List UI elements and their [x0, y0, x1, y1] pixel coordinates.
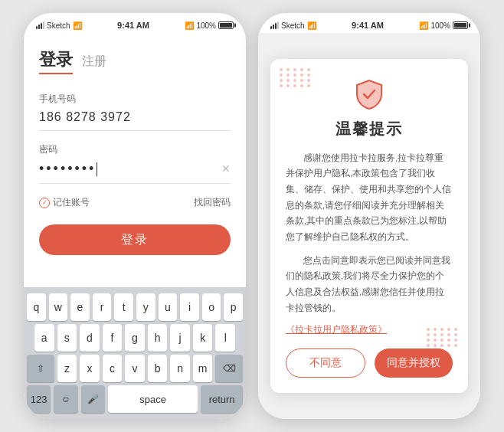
password-row: •••••••• ✕ — [39, 161, 231, 184]
remember-left[interactable]: 记住账号 — [39, 196, 90, 209]
status-left: Sketch 📶 — [36, 21, 82, 30]
password-label: 密码 — [39, 143, 231, 156]
signal-icon-r — [270, 21, 279, 29]
key-t[interactable]: t — [114, 293, 133, 321]
key-e[interactable]: e — [70, 293, 90, 321]
key-a[interactable]: a — [34, 324, 54, 352]
clear-icon[interactable]: ✕ — [221, 162, 231, 175]
shield-icon — [352, 77, 386, 111]
login-header: 登录 注册 — [39, 48, 231, 74]
wifi-icon: 📶 — [73, 21, 82, 30]
status-bar-right: Sketch 📶 9:41 AM 📶 100% — [258, 13, 480, 33]
disagree-button[interactable]: 不同意 — [286, 349, 365, 378]
status-left-r: Sketch 📶 — [270, 21, 316, 30]
remember-label: 记住账号 — [53, 196, 90, 209]
modal-title: 温馨提示 — [286, 119, 453, 139]
key-v[interactable]: v — [125, 355, 145, 382]
key-z[interactable]: z — [57, 355, 77, 382]
key-n[interactable]: n — [170, 355, 190, 382]
modal-content: 温馨提示 感谢您使用拉卡拉服务,拉卡拉尊重并保护用户隐私,本政策包含了我们收集、… — [258, 33, 480, 419]
check-circle-icon[interactable] — [39, 198, 50, 208]
phone-label: 手机号码 — [39, 93, 231, 106]
time-left: 9:41 AM — [117, 21, 149, 30]
key-m[interactable]: m — [193, 355, 213, 382]
wifi-icon-r: 📶 — [307, 21, 316, 30]
kb-row-4: 123 ☺ 🎤 space return — [27, 385, 243, 413]
signal-icon — [36, 21, 44, 29]
return-key[interactable]: return — [201, 385, 243, 413]
key-y[interactable]: y — [136, 293, 155, 321]
key-l[interactable]: l — [215, 324, 235, 352]
phone-value[interactable]: 186 8278 3972 — [39, 110, 231, 131]
key-h[interactable]: h — [148, 324, 168, 352]
login-title[interactable]: 登录 — [39, 48, 73, 74]
battery-icon-r — [453, 21, 468, 29]
register-title[interactable]: 注册 — [82, 54, 106, 70]
battery-fill — [220, 23, 232, 28]
status-right-r: 📶 100% — [419, 21, 468, 30]
phone-field-group: 手机号码 186 8278 3972 — [39, 93, 231, 131]
emoji-key[interactable]: ☺ — [54, 385, 77, 413]
key-w[interactable]: w — [49, 293, 68, 321]
decorative-dots-br — [427, 328, 459, 347]
kb-row-2: a s d f g h j k l — [27, 324, 243, 352]
key-p[interactable]: p — [224, 293, 243, 321]
key-c[interactable]: c — [103, 355, 123, 382]
battery-pct-right: 100% — [430, 21, 450, 30]
battery-icon — [218, 21, 234, 29]
decorative-dots-tl — [280, 68, 312, 87]
status-bar-left: Sketch 📶 9:41 AM 📶 100% — [24, 13, 246, 33]
agree-button[interactable]: 同意并授权 — [375, 349, 453, 378]
forget-password-link[interactable]: 找回密码 — [194, 196, 231, 209]
phone-modal: Sketch 📶 9:41 AM 📶 100% — [258, 13, 480, 419]
mic-key[interactable]: 🎤 — [81, 385, 105, 413]
key-q[interactable]: q — [27, 293, 46, 321]
remember-row: 记住账号 找回密码 — [39, 196, 231, 209]
key-j[interactable]: j — [170, 324, 190, 352]
time-right: 9:41 AM — [352, 21, 384, 30]
backspace-key[interactable]: ⌫ — [215, 355, 243, 382]
kb-row-3: ⇧ z x c v b n m ⌫ — [27, 355, 243, 382]
modal-body-2: 您点击同意即表示您已阅读并同意我们的隐私政策,我们将尽全力保护您的个人信息及合法… — [286, 253, 453, 316]
key-g[interactable]: g — [125, 324, 145, 352]
kb-row-1: q w e r t y u i o p — [27, 293, 243, 321]
status-right: 📶 100% — [185, 21, 234, 30]
battery-pct-left: 100% — [196, 21, 216, 30]
carrier-right: Sketch — [281, 21, 305, 30]
password-dots[interactable]: •••••••• — [39, 161, 231, 184]
login-button[interactable]: 登录 — [39, 224, 231, 255]
modal-buttons: 不同意 同意并授权 — [286, 349, 453, 378]
key-i[interactable]: i — [180, 293, 199, 321]
key-r[interactable]: r — [93, 293, 112, 321]
password-field-group: 密码 •••••••• ✕ — [39, 143, 231, 184]
key-o[interactable]: o — [202, 293, 221, 321]
key-u[interactable]: u — [159, 293, 178, 321]
bluetooth-icon: 📶 — [185, 21, 194, 30]
key-d[interactable]: d — [80, 324, 100, 352]
modal-card: 温馨提示 感谢您使用拉卡拉服务,拉卡拉尊重并保护用户隐私,本政策包含了我们收集、… — [270, 59, 468, 394]
login-content: 登录 注册 手机号码 186 8278 3972 密码 •••••••• ✕ 记… — [24, 33, 246, 287]
key-s[interactable]: s — [57, 324, 77, 352]
key-b[interactable]: b — [148, 355, 168, 382]
space-key[interactable]: space — [108, 385, 198, 413]
shift-key[interactable]: ⇧ — [27, 355, 54, 382]
battery-fill-r — [454, 23, 466, 28]
keyboard: q w e r t y u i o p a s d f g h j k l ⇧ … — [24, 287, 246, 419]
carrier-left: Sketch — [47, 21, 70, 30]
key-x[interactable]: x — [80, 355, 100, 382]
cursor — [97, 162, 97, 176]
phone-login: Sketch 📶 9:41 AM 📶 100% 登录 注册 手机号码 186 8… — [24, 13, 246, 419]
modal-body-1: 感谢您使用拉卡拉服务,拉卡拉尊重并保护用户隐私,本政策包含了我们收集、储存、保护… — [286, 150, 453, 245]
key-f[interactable]: f — [103, 324, 123, 352]
key-k[interactable]: k — [193, 324, 213, 352]
num-key[interactable]: 123 — [27, 385, 51, 413]
bluetooth-icon-r: 📶 — [419, 21, 428, 30]
